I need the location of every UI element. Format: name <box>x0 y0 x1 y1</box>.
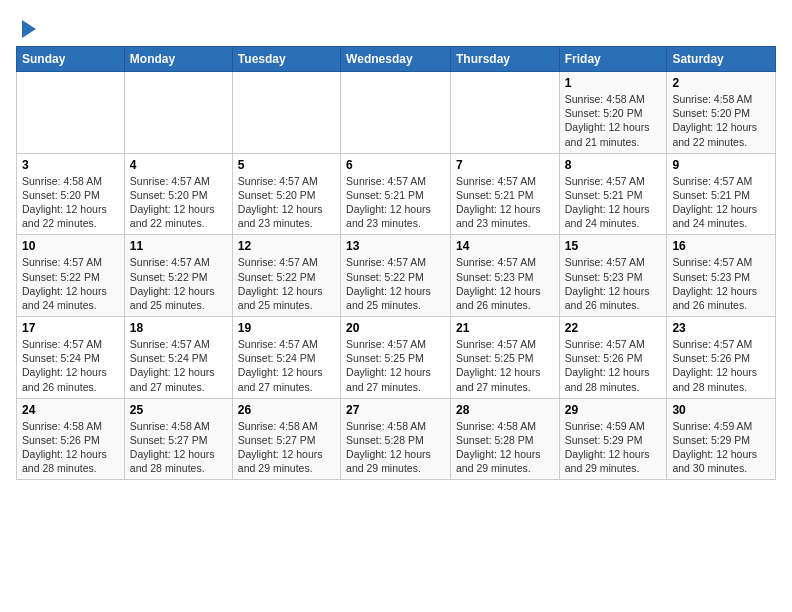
day-number: 21 <box>456 321 554 335</box>
day-info: Sunrise: 4:57 AMSunset: 5:22 PMDaylight:… <box>346 255 445 312</box>
day-cell: 30Sunrise: 4:59 AMSunset: 5:29 PMDayligh… <box>667 398 776 480</box>
day-number: 26 <box>238 403 335 417</box>
day-info: Sunrise: 4:58 AMSunset: 5:28 PMDaylight:… <box>346 419 445 476</box>
day-number: 7 <box>456 158 554 172</box>
week-row-2: 3Sunrise: 4:58 AMSunset: 5:20 PMDaylight… <box>17 153 776 235</box>
day-number: 24 <box>22 403 119 417</box>
header-row: SundayMondayTuesdayWednesdayThursdayFrid… <box>17 47 776 72</box>
day-cell: 11Sunrise: 4:57 AMSunset: 5:22 PMDayligh… <box>124 235 232 317</box>
day-cell: 14Sunrise: 4:57 AMSunset: 5:23 PMDayligh… <box>450 235 559 317</box>
day-info: Sunrise: 4:59 AMSunset: 5:29 PMDaylight:… <box>672 419 770 476</box>
day-number: 5 <box>238 158 335 172</box>
day-info: Sunrise: 4:58 AMSunset: 5:20 PMDaylight:… <box>565 92 662 149</box>
day-cell <box>450 72 559 154</box>
day-number: 6 <box>346 158 445 172</box>
day-cell: 1Sunrise: 4:58 AMSunset: 5:20 PMDaylight… <box>559 72 667 154</box>
day-cell: 26Sunrise: 4:58 AMSunset: 5:27 PMDayligh… <box>232 398 340 480</box>
day-number: 8 <box>565 158 662 172</box>
page-header <box>16 16 776 38</box>
day-number: 28 <box>456 403 554 417</box>
day-info: Sunrise: 4:58 AMSunset: 5:28 PMDaylight:… <box>456 419 554 476</box>
day-info: Sunrise: 4:57 AMSunset: 5:23 PMDaylight:… <box>565 255 662 312</box>
week-row-1: 1Sunrise: 4:58 AMSunset: 5:20 PMDaylight… <box>17 72 776 154</box>
day-cell: 10Sunrise: 4:57 AMSunset: 5:22 PMDayligh… <box>17 235 125 317</box>
day-info: Sunrise: 4:59 AMSunset: 5:29 PMDaylight:… <box>565 419 662 476</box>
week-row-4: 17Sunrise: 4:57 AMSunset: 5:24 PMDayligh… <box>17 317 776 399</box>
day-info: Sunrise: 4:57 AMSunset: 5:21 PMDaylight:… <box>565 174 662 231</box>
day-cell: 22Sunrise: 4:57 AMSunset: 5:26 PMDayligh… <box>559 317 667 399</box>
header-day-tuesday: Tuesday <box>232 47 340 72</box>
day-cell: 27Sunrise: 4:58 AMSunset: 5:28 PMDayligh… <box>341 398 451 480</box>
day-info: Sunrise: 4:57 AMSunset: 5:22 PMDaylight:… <box>130 255 227 312</box>
week-row-3: 10Sunrise: 4:57 AMSunset: 5:22 PMDayligh… <box>17 235 776 317</box>
day-cell: 28Sunrise: 4:58 AMSunset: 5:28 PMDayligh… <box>450 398 559 480</box>
day-cell: 2Sunrise: 4:58 AMSunset: 5:20 PMDaylight… <box>667 72 776 154</box>
header-day-monday: Monday <box>124 47 232 72</box>
day-cell: 3Sunrise: 4:58 AMSunset: 5:20 PMDaylight… <box>17 153 125 235</box>
day-info: Sunrise: 4:57 AMSunset: 5:23 PMDaylight:… <box>456 255 554 312</box>
header-day-saturday: Saturday <box>667 47 776 72</box>
calendar-table: SundayMondayTuesdayWednesdayThursdayFrid… <box>16 46 776 480</box>
day-info: Sunrise: 4:58 AMSunset: 5:20 PMDaylight:… <box>672 92 770 149</box>
day-info: Sunrise: 4:57 AMSunset: 5:20 PMDaylight:… <box>238 174 335 231</box>
day-number: 10 <box>22 239 119 253</box>
day-number: 4 <box>130 158 227 172</box>
day-info: Sunrise: 4:57 AMSunset: 5:26 PMDaylight:… <box>565 337 662 394</box>
day-cell: 5Sunrise: 4:57 AMSunset: 5:20 PMDaylight… <box>232 153 340 235</box>
day-cell <box>124 72 232 154</box>
day-number: 11 <box>130 239 227 253</box>
day-number: 25 <box>130 403 227 417</box>
logo-arrow-icon <box>22 20 36 38</box>
day-cell: 15Sunrise: 4:57 AMSunset: 5:23 PMDayligh… <box>559 235 667 317</box>
day-info: Sunrise: 4:57 AMSunset: 5:21 PMDaylight:… <box>672 174 770 231</box>
day-number: 20 <box>346 321 445 335</box>
week-row-5: 24Sunrise: 4:58 AMSunset: 5:26 PMDayligh… <box>17 398 776 480</box>
day-cell: 13Sunrise: 4:57 AMSunset: 5:22 PMDayligh… <box>341 235 451 317</box>
day-cell: 8Sunrise: 4:57 AMSunset: 5:21 PMDaylight… <box>559 153 667 235</box>
day-number: 1 <box>565 76 662 90</box>
day-info: Sunrise: 4:57 AMSunset: 5:25 PMDaylight:… <box>456 337 554 394</box>
day-cell <box>232 72 340 154</box>
day-info: Sunrise: 4:58 AMSunset: 5:26 PMDaylight:… <box>22 419 119 476</box>
day-number: 2 <box>672 76 770 90</box>
day-number: 13 <box>346 239 445 253</box>
day-cell: 6Sunrise: 4:57 AMSunset: 5:21 PMDaylight… <box>341 153 451 235</box>
day-info: Sunrise: 4:57 AMSunset: 5:21 PMDaylight:… <box>456 174 554 231</box>
day-cell: 24Sunrise: 4:58 AMSunset: 5:26 PMDayligh… <box>17 398 125 480</box>
day-number: 3 <box>22 158 119 172</box>
day-info: Sunrise: 4:57 AMSunset: 5:25 PMDaylight:… <box>346 337 445 394</box>
day-info: Sunrise: 4:57 AMSunset: 5:24 PMDaylight:… <box>22 337 119 394</box>
day-cell: 21Sunrise: 4:57 AMSunset: 5:25 PMDayligh… <box>450 317 559 399</box>
day-cell: 25Sunrise: 4:58 AMSunset: 5:27 PMDayligh… <box>124 398 232 480</box>
day-info: Sunrise: 4:58 AMSunset: 5:27 PMDaylight:… <box>130 419 227 476</box>
day-number: 29 <box>565 403 662 417</box>
header-day-thursday: Thursday <box>450 47 559 72</box>
day-info: Sunrise: 4:57 AMSunset: 5:24 PMDaylight:… <box>130 337 227 394</box>
day-number: 22 <box>565 321 662 335</box>
day-info: Sunrise: 4:57 AMSunset: 5:23 PMDaylight:… <box>672 255 770 312</box>
day-cell: 17Sunrise: 4:57 AMSunset: 5:24 PMDayligh… <box>17 317 125 399</box>
logo <box>16 16 36 38</box>
day-cell: 9Sunrise: 4:57 AMSunset: 5:21 PMDaylight… <box>667 153 776 235</box>
day-cell: 20Sunrise: 4:57 AMSunset: 5:25 PMDayligh… <box>341 317 451 399</box>
day-number: 15 <box>565 239 662 253</box>
day-number: 18 <box>130 321 227 335</box>
day-cell: 12Sunrise: 4:57 AMSunset: 5:22 PMDayligh… <box>232 235 340 317</box>
day-number: 16 <box>672 239 770 253</box>
day-info: Sunrise: 4:58 AMSunset: 5:27 PMDaylight:… <box>238 419 335 476</box>
day-cell: 23Sunrise: 4:57 AMSunset: 5:26 PMDayligh… <box>667 317 776 399</box>
day-number: 9 <box>672 158 770 172</box>
day-info: Sunrise: 4:57 AMSunset: 5:22 PMDaylight:… <box>22 255 119 312</box>
day-info: Sunrise: 4:57 AMSunset: 5:22 PMDaylight:… <box>238 255 335 312</box>
day-cell: 7Sunrise: 4:57 AMSunset: 5:21 PMDaylight… <box>450 153 559 235</box>
day-info: Sunrise: 4:57 AMSunset: 5:21 PMDaylight:… <box>346 174 445 231</box>
day-number: 19 <box>238 321 335 335</box>
day-cell <box>341 72 451 154</box>
header-day-wednesday: Wednesday <box>341 47 451 72</box>
day-number: 14 <box>456 239 554 253</box>
header-day-sunday: Sunday <box>17 47 125 72</box>
day-cell: 19Sunrise: 4:57 AMSunset: 5:24 PMDayligh… <box>232 317 340 399</box>
day-info: Sunrise: 4:57 AMSunset: 5:26 PMDaylight:… <box>672 337 770 394</box>
day-cell: 29Sunrise: 4:59 AMSunset: 5:29 PMDayligh… <box>559 398 667 480</box>
day-number: 30 <box>672 403 770 417</box>
